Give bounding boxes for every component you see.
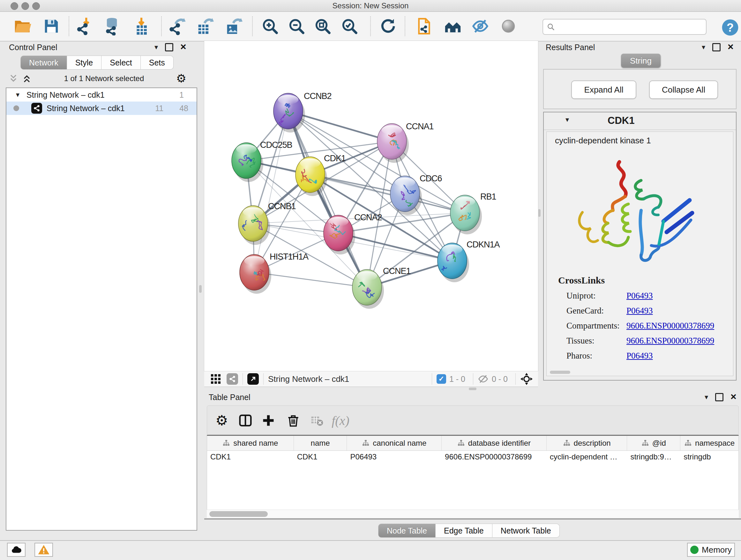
column-header-shared-name[interactable]: shared name [207, 436, 294, 450]
open-session-icon[interactable] [12, 16, 33, 37]
export-network-icon[interactable] [166, 16, 188, 37]
entry-collapse-icon[interactable]: ▾ [565, 116, 569, 123]
refresh-icon[interactable] [377, 16, 398, 37]
node-CCNB2[interactable] [273, 93, 305, 132]
zoom-in-icon[interactable] [259, 16, 280, 37]
zoom-fit-icon[interactable] [312, 16, 333, 37]
hide-selected-icon[interactable] [470, 16, 491, 37]
tab-node-table[interactable]: Node Table [378, 523, 435, 538]
node-CDK1[interactable] [295, 157, 327, 196]
column-header-id[interactable]: @id [627, 436, 680, 450]
birds-eye-toggle-icon[interactable] [520, 373, 533, 385]
node-label-CDC25B: CDC25B [260, 140, 292, 150]
memory-button[interactable]: Memory [687, 543, 735, 557]
node-HIST1H1A[interactable] [240, 254, 271, 294]
node-CCNA1[interactable] [377, 124, 409, 163]
node-CCNE1[interactable] [352, 269, 384, 309]
compartments-link[interactable]: 9606.ENSP00000378699 [626, 321, 714, 331]
tab-sets[interactable]: Sets [141, 56, 174, 70]
warning-status-button[interactable] [35, 543, 53, 557]
panel-menu-icon[interactable]: ▾ [702, 44, 705, 51]
show-columns-icon[interactable] [235, 410, 256, 431]
node-table: shared name name canonical name database… [207, 435, 739, 518]
expand-all-icon[interactable] [22, 73, 32, 84]
table-horizontal-scrollbar[interactable] [207, 509, 739, 518]
tab-edge-table[interactable]: Edge Table [435, 523, 492, 538]
left-splitter-handle[interactable] [199, 285, 202, 293]
node-entry-header[interactable]: ▾ CDK1 [544, 112, 736, 130]
close-panel-icon[interactable]: × [180, 42, 186, 52]
show-graphics-details-icon[interactable] [498, 16, 519, 37]
cloud-status-button[interactable] [7, 543, 25, 557]
import-network-database-icon[interactable] [102, 16, 123, 37]
right-splitter-handle[interactable] [538, 209, 541, 217]
export-table-icon[interactable] [194, 16, 215, 37]
tab-network[interactable]: Network [20, 56, 67, 70]
float-panel-icon[interactable] [715, 393, 724, 401]
collapse-all-icon[interactable] [8, 73, 18, 84]
collapse-all-button[interactable]: Collapse All [649, 80, 718, 99]
add-column-icon[interactable] [258, 410, 279, 431]
table-row[interactable]: CDK1 CDK1 P06493 9606.ENSP00000378699 cy… [207, 451, 738, 463]
node-CCNA2[interactable] [324, 215, 355, 254]
edge-CCNB2-HIST1H1A[interactable] [254, 111, 288, 272]
string-network-graph[interactable]: CCNB2CCNA1CDC25BCDK1CDC6RB1CCNB1CCNA2CDK… [204, 41, 538, 371]
column-header-namespace[interactable]: namespace [680, 436, 738, 450]
network-row[interactable]: String Network – cdk1 11 48 [6, 102, 197, 115]
node-label-CCNB1: CCNB1 [268, 201, 296, 211]
expand-all-button[interactable]: Expand All [571, 80, 636, 99]
network-collection-row[interactable]: ▾ String Network – cdk1 1 [6, 88, 197, 102]
column-header-description[interactable]: description [547, 436, 627, 450]
column-header-canonical-name[interactable]: canonical name [347, 436, 442, 450]
node-CDC25B[interactable] [232, 143, 263, 182]
results-panel-title: Results Panel [546, 43, 595, 52]
tab-select[interactable]: Select [102, 56, 140, 70]
view-grid-icon[interactable] [210, 373, 221, 385]
import-network-file-icon[interactable] [73, 16, 94, 37]
hidden-eye-icon[interactable] [478, 374, 488, 384]
uniprot-link[interactable]: P06493 [626, 291, 653, 301]
float-panel-icon[interactable] [165, 43, 173, 51]
panel-menu-icon[interactable]: ▾ [154, 44, 158, 51]
column-header-name[interactable]: name [294, 436, 347, 450]
zoom-selected-icon[interactable] [339, 16, 360, 37]
network-badge-icon[interactable] [226, 373, 238, 385]
toolbar-separator [370, 16, 371, 36]
node-CDKN1A[interactable] [437, 243, 469, 282]
share-document-icon[interactable] [414, 16, 434, 37]
close-panel-icon[interactable]: × [731, 391, 737, 401]
close-panel-icon[interactable]: × [728, 42, 734, 52]
tab-network-table[interactable]: Network Table [492, 523, 560, 538]
panel-menu-icon[interactable]: ▾ [704, 394, 708, 401]
edge-HIST1H1A-CCNE1[interactable] [254, 272, 367, 287]
detach-view-icon[interactable] [247, 373, 259, 385]
help-icon[interactable]: ? [720, 17, 741, 38]
node-CCNB1[interactable] [239, 206, 270, 245]
table-options-gear-icon[interactable]: ⚙ [212, 410, 232, 431]
tissues-link[interactable]: 9606.ENSP00000378699 [626, 336, 714, 346]
bottom-splitter-handle[interactable] [469, 388, 476, 390]
genecard-link[interactable]: P06493 [626, 306, 653, 316]
scrollbar-thumb[interactable] [209, 511, 268, 517]
tab-style[interactable]: Style [67, 56, 102, 70]
collection-expand-icon[interactable]: ▾ [16, 91, 19, 98]
node-RB1[interactable] [450, 195, 482, 234]
tab-string[interactable]: String [621, 54, 661, 68]
first-neighbors-icon[interactable] [442, 16, 463, 37]
pharos-link[interactable]: P06493 [626, 351, 653, 361]
search-input[interactable] [558, 22, 706, 32]
memory-status-icon [690, 546, 698, 554]
delete-column-icon[interactable] [283, 410, 304, 431]
save-session-icon[interactable] [41, 16, 62, 37]
import-table-file-icon[interactable] [131, 16, 152, 37]
float-panel-icon[interactable] [712, 43, 721, 51]
network-canvas[interactable]: CCNB2CCNA1CDC25BCDK1CDC6RB1CCNB1CCNA2CDK… [204, 41, 538, 371]
zoom-out-icon[interactable] [286, 16, 307, 37]
column-header-database-identifier[interactable]: database identifier [442, 436, 547, 450]
selected-checkbox-icon[interactable]: ✓ [436, 374, 446, 384]
network-options-gear-icon[interactable]: ⚙ [176, 73, 186, 84]
node-label-CCNA1: CCNA1 [406, 122, 434, 131]
mini-scrollbar[interactable] [550, 371, 570, 374]
search-field[interactable] [542, 19, 706, 35]
export-image-icon[interactable] [223, 16, 244, 37]
